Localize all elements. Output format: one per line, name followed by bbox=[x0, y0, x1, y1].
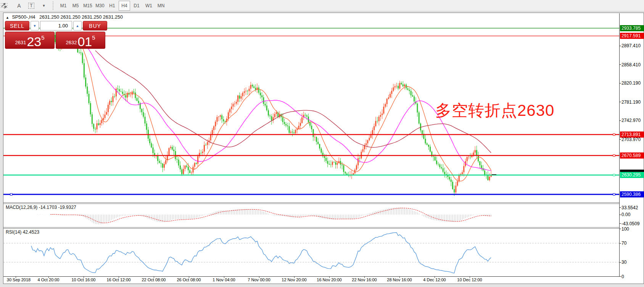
timeframe-button-mn[interactable]: MN bbox=[155, 2, 167, 10]
buy-price-prefix: 2632 bbox=[66, 40, 77, 45]
macd-label: MACD(12,26,9) -14.1703 -19.9327 bbox=[6, 205, 76, 210]
hline-price-badge: 2630.295 bbox=[620, 172, 644, 178]
rsi-line bbox=[31, 232, 491, 273]
time-tick-label: 1 Nov 04:00 bbox=[213, 277, 235, 282]
toolbar-separator bbox=[53, 2, 55, 10]
arrow-objects-icon[interactable]: ▼ bbox=[38, 2, 49, 10]
hline-handle[interactable] bbox=[613, 174, 615, 176]
sell-price-prefix: 2631 bbox=[15, 40, 26, 45]
chart-window: ▲ SP500-,H4 2631.250 2631.250 2631.250 2… bbox=[3, 13, 644, 284]
time-tick-label: 4 Oct 20:00 bbox=[38, 277, 60, 282]
buy-price-big: 01 bbox=[77, 36, 92, 47]
price-tick bbox=[619, 102, 621, 102]
time-axis-line bbox=[3, 276, 619, 277]
timeframe-button-m30[interactable]: M30 bbox=[94, 2, 106, 10]
rsi-tick-label: 30 bbox=[621, 259, 644, 265]
price-tick bbox=[619, 46, 621, 46]
price-tick bbox=[619, 83, 621, 83]
sell-price-sup: 5 bbox=[41, 34, 44, 41]
timeframe-button-m15[interactable]: M15 bbox=[82, 2, 93, 10]
price-tick-label: 2742.970 bbox=[621, 117, 644, 123]
rsi-tick-label: 70 bbox=[621, 240, 644, 246]
price-tick-label: 2820.190 bbox=[621, 80, 644, 86]
rsi-panel[interactable] bbox=[3, 229, 619, 276]
timeframe-button-h1[interactable]: H1 bbox=[106, 2, 118, 10]
buy-price-box[interactable]: 2632 01 5 bbox=[56, 32, 105, 49]
rsi-tick bbox=[619, 229, 621, 229]
time-tick-label: 22 Nov 16:00 bbox=[352, 277, 377, 282]
sell-button[interactable]: SELL bbox=[5, 21, 29, 30]
volume-decrease-button[interactable]: ▼ bbox=[31, 21, 39, 30]
price-tick-label: 2781.190 bbox=[621, 99, 644, 105]
chart-text-annotation[interactable]: 多空转折点2630 bbox=[435, 100, 554, 121]
header-ohlc-values: 2631.250 2631.250 2631.250 2631.250 bbox=[39, 14, 123, 20]
text-box-glyph: T bbox=[28, 3, 34, 9]
rsi-tick bbox=[619, 262, 621, 263]
timeframe-button-h4[interactable]: H4 bbox=[119, 1, 130, 11]
time-tick-label: 22 Oct 08:00 bbox=[142, 277, 166, 282]
rsi-tick bbox=[619, 276, 621, 277]
price-tick-label: 2897.410 bbox=[621, 43, 644, 49]
price-tick bbox=[619, 120, 621, 121]
volume-input[interactable] bbox=[40, 21, 72, 30]
timeframe-bar: M1M5M15M30H1H4D1W1MN bbox=[57, 1, 167, 11]
time-tick-label: 4 Dec 12:00 bbox=[423, 277, 446, 282]
chart-header: ▲ SP500-,H4 2631.250 2631.250 2631.250 2… bbox=[6, 14, 123, 20]
text-label-icon[interactable]: A bbox=[14, 2, 24, 10]
price-axis-line bbox=[619, 13, 620, 276]
moving-average-fast bbox=[23, 37, 491, 181]
symbol-title: SP500-,H4 bbox=[12, 14, 35, 20]
price-tick bbox=[619, 64, 621, 65]
macd-tick bbox=[619, 215, 621, 215]
top-toolbar: F A T ▼ M1M5M15M30H1H4D1W1MN bbox=[0, 0, 644, 11]
text-box-icon[interactable]: T bbox=[26, 2, 37, 10]
macd-tick-label: 33.5542 bbox=[621, 205, 644, 211]
sell-price-box[interactable]: 2631 23 5 bbox=[5, 32, 55, 49]
symbol-triangle-icon: ▲ bbox=[6, 16, 9, 19]
timeframe-button-d1[interactable]: D1 bbox=[131, 2, 142, 10]
rsi-label: RSI(14) 42.4523 bbox=[6, 229, 39, 235]
hline-price-badge: 2933.785 bbox=[620, 25, 644, 31]
time-tick-label: 16 Oct 12:00 bbox=[107, 277, 131, 282]
time-tick-label: 26 Oct 08:00 bbox=[177, 277, 201, 282]
timeframe-button-w1[interactable]: W1 bbox=[143, 2, 155, 10]
price-tick-label: 2858.410 bbox=[621, 62, 644, 68]
hline-handle[interactable] bbox=[613, 134, 615, 136]
hline-handle[interactable] bbox=[613, 155, 615, 157]
bottom-strip bbox=[0, 284, 644, 287]
buy-price-sup: 5 bbox=[92, 34, 95, 41]
hline-price-badge: 2590.386 bbox=[620, 191, 644, 197]
dropdown-caret-icon[interactable]: ▼ bbox=[42, 4, 46, 8]
macd-signal-line bbox=[50, 208, 491, 223]
timeframe-button-m1[interactable]: M1 bbox=[58, 2, 69, 10]
macd-tick bbox=[619, 207, 621, 208]
rsi-tick bbox=[619, 243, 621, 244]
price-tick bbox=[619, 139, 621, 139]
moving-average-medium bbox=[55, 38, 491, 170]
rsi-tick-label: 100 bbox=[621, 226, 644, 232]
time-tick-label: 12 Nov 20:00 bbox=[282, 277, 306, 282]
one-click-trading-panel: SELL ▼ ▲ BUY 2631 23 5 2632 01 5 bbox=[5, 21, 107, 49]
hline-price-badge: 2917.591 bbox=[620, 33, 644, 39]
macd-tick-label: 0.00 bbox=[621, 212, 644, 218]
time-tick-label: 28 Nov 16:00 bbox=[387, 277, 412, 282]
hline-price-badge: 2670.589 bbox=[620, 152, 644, 159]
rsi-tick-label: 0 bbox=[621, 274, 644, 280]
volume-increase-button[interactable]: ▲ bbox=[73, 21, 82, 30]
arrows-glyph bbox=[0, 3, 8, 9]
hline-handle[interactable] bbox=[10, 194, 12, 196]
sell-price-big: 23 bbox=[27, 36, 41, 47]
time-tick-label: 16 Nov 20:00 bbox=[317, 277, 341, 282]
hline-price-badge: 2713.891 bbox=[620, 131, 644, 138]
hline-handle[interactable] bbox=[613, 194, 615, 196]
time-tick-label: 10 Oct 16:00 bbox=[72, 277, 96, 282]
buy-button[interactable]: BUY bbox=[83, 21, 107, 30]
macd-tick bbox=[619, 223, 621, 224]
text-label-glyph: A bbox=[17, 3, 21, 9]
time-tick-label: 30 Sep 2018 bbox=[7, 277, 31, 282]
time-tick-label: 10 Dec 12:00 bbox=[457, 277, 482, 282]
time-tick-label: 7 Nov 00:00 bbox=[248, 277, 270, 282]
timeframe-button-m5[interactable]: M5 bbox=[70, 2, 81, 10]
macd-panel[interactable] bbox=[3, 204, 619, 227]
